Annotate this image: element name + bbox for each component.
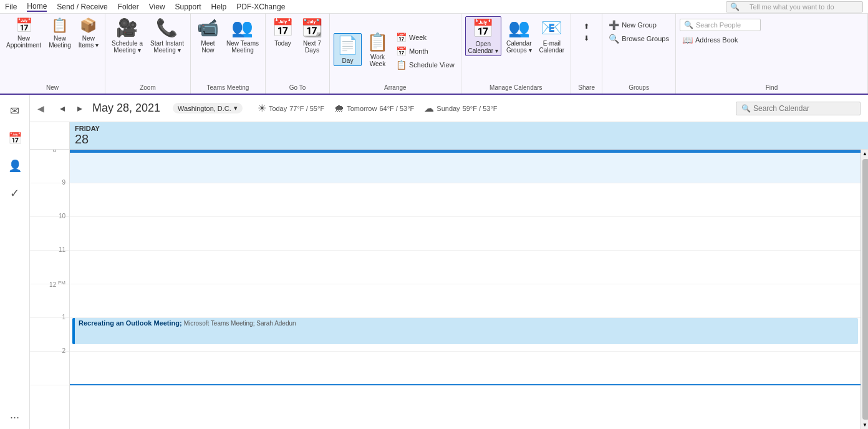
scroll-up-button[interactable]: ▲ — [861, 150, 868, 158]
sidebar-people[interactable]: 👤 — [4, 155, 26, 177]
time-slot-10: 10 — [30, 217, 69, 251]
menu-view[interactable]: View — [149, 2, 165, 11]
weather-sunday-temp: 59°F / 53°F — [463, 105, 498, 112]
collapse-panel-icon[interactable]: ◀ — [37, 104, 50, 113]
schedule-meeting-icon: 🎥 — [116, 17, 138, 39]
menu-bar: File Home Send / Receive Folder View Sup… — [0, 0, 868, 14]
new-items-button[interactable]: 📦 NewItems ▾ — [76, 16, 101, 50]
calendar-event[interactable]: Recreating an Outlook Meeting; Microsoft… — [72, 318, 858, 344]
work-week-icon: 📋 — [367, 32, 388, 53]
day-button[interactable]: 📄 Day — [334, 33, 362, 66]
start-instant-meeting-button[interactable]: 📞 Start InstantMeeting ▾ — [148, 16, 186, 55]
weather-today: ☀ Today 77°F / 55°F — [258, 102, 324, 114]
time-slot-8: 8 AM — [30, 150, 69, 183]
calendar-groups-button[interactable]: 👥 CalendarGroups ▾ — [504, 16, 534, 55]
menu-pdfxchange[interactable]: PDF-XChange — [236, 2, 285, 11]
weather-tomorrow-temp: 64°F / 53°F — [379, 105, 414, 112]
work-week-label: WorkWeek — [370, 54, 385, 67]
address-book-icon: 📖 — [682, 35, 693, 45]
next-7-days-button[interactable]: 📆 Next 7Days — [299, 16, 326, 55]
new-group-icon: ➕ — [609, 20, 619, 30]
time-col-spacer — [30, 122, 70, 149]
ribbon-group-zoom: 🎥 Schedule aMeeting ▾ 📞 Start InstantMee… — [105, 14, 191, 94]
week-label: Week — [409, 34, 427, 41]
menu-folder[interactable]: Folder — [118, 2, 139, 11]
sidebar-calendar[interactable]: 📅 — [4, 127, 26, 150]
grid-row-11[interactable] — [70, 251, 861, 284]
address-book-button[interactable]: 📖 Address Book — [680, 34, 740, 46]
weather-section: ☀ Today 77°F / 55°F 🌧 Tomorrow 64°F / 53… — [258, 102, 498, 114]
schedule-meeting-label: Schedule aMeeting ▾ — [112, 40, 143, 54]
location-label: Washington, D.C. — [178, 105, 231, 112]
menu-file[interactable]: File — [5, 2, 17, 11]
grid-row-8[interactable] — [70, 150, 861, 183]
month-icon: 📅 — [396, 46, 407, 56]
ribbon-group-share-label: Share — [575, 84, 598, 92]
sidebar: ✉ 📅 👤 ✓ ··· — [0, 95, 30, 429]
search-people-input[interactable]: Search People — [696, 21, 741, 29]
weather-sunday-icon: ☁ — [424, 102, 434, 114]
calendar-search-input[interactable] — [753, 104, 855, 113]
weather-tomorrow: 🌧 Tomorrow 64°F / 53°F — [334, 102, 414, 114]
sidebar-more-button[interactable]: ··· — [10, 411, 19, 424]
weather-sunday: ☁ Sunday 59°F / 53°F — [424, 102, 497, 114]
grid-row-10[interactable] — [70, 217, 861, 251]
ribbon-group-find-label: Find — [680, 84, 864, 92]
browse-groups-button[interactable]: 🔍 Browse Groups — [606, 32, 672, 45]
scroll-down-button[interactable]: ▼ — [861, 421, 868, 429]
new-items-icon: 📦 — [80, 17, 97, 34]
menu-home[interactable]: Home — [27, 2, 47, 12]
sidebar-tasks[interactable]: ✓ — [4, 182, 26, 205]
new-appointment-button[interactable]: 📅 NewAppointment — [4, 16, 44, 50]
time-slot-12: 12 PM — [30, 284, 69, 318]
weather-tomorrow-label: Tomorrow — [347, 105, 377, 112]
time-slot-1: 1 — [30, 318, 69, 352]
share-down-button[interactable]: ⬇ — [581, 33, 592, 44]
new-group-button[interactable]: ➕ New Group — [606, 19, 659, 31]
schedule-view-icon: 📋 — [396, 60, 407, 70]
main-layout: ✉ 📅 👤 ✓ ··· ◀ ◂ ▸ May 28, 2021 Washingto… — [0, 95, 868, 429]
new-meeting-button[interactable]: 📋 NewMeeting — [46, 16, 74, 50]
current-date-label: May 28, 2021 — [92, 102, 160, 115]
new-teams-meeting-button[interactable]: 👥 New TeamsMeeting — [224, 16, 261, 55]
today-button[interactable]: 📅 Today — [269, 16, 296, 48]
ribbon-group-share: ⬆ ⬇ Share — [571, 14, 602, 94]
menu-support[interactable]: Support — [175, 2, 201, 11]
scroll-thumb[interactable] — [862, 159, 868, 420]
new-appointment-label: NewAppointment — [6, 35, 41, 49]
today-icon: 📅 — [272, 17, 294, 39]
sidebar-mail[interactable]: ✉ — [4, 100, 26, 122]
address-book-label: Address Book — [695, 36, 738, 44]
menu-help[interactable]: Help — [211, 2, 227, 11]
share-up-button[interactable]: ⬆ — [581, 21, 592, 32]
month-button[interactable]: 📅 Month — [393, 45, 457, 57]
time-1: 1 — [62, 314, 65, 321]
start-instant-label: Start InstantMeeting ▾ — [150, 40, 184, 54]
schedule-meeting-button[interactable]: 🎥 Schedule aMeeting ▾ — [109, 16, 145, 55]
location-pill[interactable]: Washington, D.C. ▾ — [173, 103, 243, 113]
ribbon-group-new-label: New — [4, 84, 101, 92]
calendar-search[interactable]: 🔍 — [736, 102, 861, 115]
new-items-label: NewItems ▾ — [79, 35, 99, 49]
next-day-button[interactable]: ▸ — [75, 101, 85, 115]
vertical-scrollbar[interactable]: ▲ ▼ — [861, 150, 868, 429]
week-button[interactable]: 📅 Week — [393, 31, 457, 44]
meet-now-button[interactable]: 📹 MeetNow — [195, 16, 221, 55]
ribbon-group-goto: 📅 Today 📆 Next 7Days Go To — [266, 14, 330, 94]
email-calendar-button[interactable]: 📧 E-mailCalendar — [537, 16, 567, 55]
calendar-header: ◀ ◂ ▸ May 28, 2021 Washington, D.C. ▾ ☀ … — [30, 95, 868, 122]
search-icon: 🔍 — [730, 2, 740, 11]
menu-send-receive[interactable]: Send / Receive — [57, 2, 107, 11]
share-up-icon: ⬆ — [584, 22, 589, 31]
open-calendar-button[interactable]: 📅 OpenCalendar ▾ — [465, 16, 501, 56]
next-7-days-label: Next 7Days — [303, 40, 321, 54]
grid-row-9[interactable] — [70, 183, 861, 217]
ribbon-group-groups-label: Groups — [606, 84, 672, 92]
work-week-button[interactable]: 📋 WorkWeek — [364, 31, 391, 69]
tell-me-search[interactable]: 🔍 Tell me what you want to do — [726, 1, 863, 12]
prev-day-button[interactable]: ◂ — [57, 101, 67, 115]
grid-row-2[interactable] — [70, 352, 861, 385]
schedule-view-button[interactable]: 📋 Schedule View — [393, 59, 457, 71]
weather-tomorrow-icon: 🌧 — [334, 103, 344, 114]
grid-row-12[interactable] — [70, 284, 861, 318]
